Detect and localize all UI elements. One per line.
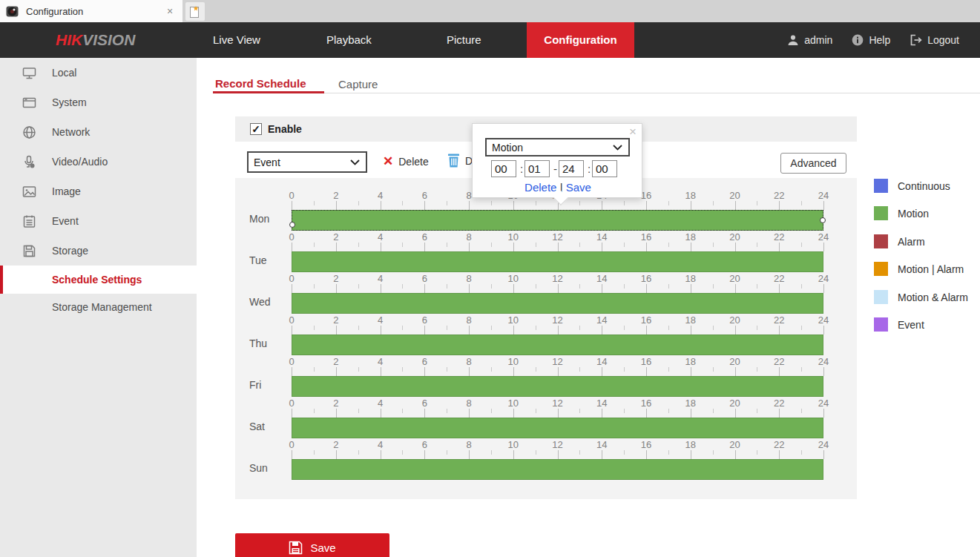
- new-tab-button[interactable]: [185, 2, 205, 21]
- legend-item: Motion | Alarm: [874, 262, 964, 276]
- sidebar-item-system[interactable]: System: [0, 88, 197, 117]
- axis-hour-label: 0: [289, 439, 294, 450]
- schedule-bar-thu[interactable]: [292, 334, 823, 355]
- axis-tick: [292, 201, 292, 210]
- timeline-track[interactable]: [292, 334, 823, 355]
- axis-tick: [558, 367, 559, 376]
- axis-hour-label: 18: [685, 398, 696, 409]
- axis-tick: [491, 284, 492, 289]
- timeline-track[interactable]: [292, 459, 823, 480]
- timeline: 024681012141618202224: [292, 439, 823, 481]
- logo-hik: HIK: [56, 31, 82, 48]
- axis-hour-label: 2: [333, 190, 338, 201]
- schedule-bar-sat[interactable]: [292, 418, 823, 438]
- axis-tick: [735, 243, 736, 251]
- axis-tick: [469, 243, 470, 251]
- timeline-track[interactable]: [292, 210, 823, 231]
- schedule-bar-sun[interactable]: [292, 459, 823, 480]
- resize-handle-left[interactable]: [289, 222, 295, 228]
- axis-tick: [358, 243, 359, 247]
- axis-tick: [358, 409, 359, 413]
- axis-hour-label: 20: [729, 273, 740, 284]
- axis-hour-label: 8: [466, 273, 471, 284]
- nav-live-view[interactable]: Live View: [213, 22, 260, 58]
- axis-tick: [801, 450, 802, 455]
- axis-tick: [779, 284, 780, 293]
- axis-hour-label: 14: [596, 314, 607, 326]
- schedule-bar-tue[interactable]: [292, 251, 823, 272]
- sidebar-item-storage-management[interactable]: Storage Management: [0, 294, 197, 320]
- axis-hour-label: 24: [818, 231, 829, 243]
- axis-tick: [536, 326, 536, 330]
- axis-tick: [536, 367, 536, 372]
- schedule-bar-wed[interactable]: [292, 293, 823, 314]
- popup-type-select[interactable]: Motion: [485, 138, 630, 156]
- record-type-select[interactable]: Event: [247, 151, 367, 173]
- schedule-bar-fri[interactable]: [292, 376, 823, 397]
- user-menu[interactable]: admin: [787, 34, 832, 46]
- sidebar-item-video-audio[interactable]: Video/Audio: [0, 147, 197, 177]
- sidebar-item-local[interactable]: Local: [0, 58, 197, 88]
- sidebar-item-label: Video/Audio: [52, 156, 108, 168]
- axis-tick: [735, 409, 736, 418]
- legend-item: Motion & Alarm: [874, 290, 968, 304]
- axis-tick: [292, 284, 292, 293]
- sidebar-item-storage[interactable]: Storage: [0, 236, 197, 266]
- axis-tick: [469, 284, 470, 293]
- axis-tick: [292, 409, 292, 418]
- sidebar-item-event[interactable]: Event: [0, 206, 197, 236]
- tab-record-schedule[interactable]: Record Schedule: [215, 77, 306, 90]
- axis-hour-label: 22: [774, 273, 784, 284]
- axis-tick: [646, 409, 647, 418]
- start-hour-input[interactable]: [491, 160, 516, 177]
- sidebar-item-image[interactable]: Image: [0, 177, 197, 206]
- save-button[interactable]: Save: [235, 533, 389, 557]
- day-label: Mon: [249, 213, 286, 225]
- help-menu[interactable]: Help: [852, 34, 890, 46]
- axis-tick: [691, 326, 691, 334]
- timeline-track[interactable]: [292, 376, 823, 397]
- axis-tick: [513, 201, 514, 210]
- axis-tick: [757, 409, 757, 413]
- timeline-track[interactable]: [292, 251, 823, 272]
- logout-menu[interactable]: Logout: [910, 34, 959, 46]
- axis-hour-label: 24: [818, 356, 829, 367]
- axis-hour-label: 8: [466, 190, 471, 201]
- nav-configuration[interactable]: Configuration: [527, 22, 634, 58]
- timeline-track[interactable]: [292, 293, 823, 314]
- resize-handle-right[interactable]: [820, 217, 826, 223]
- schedule-bar-mon[interactable]: [292, 210, 823, 231]
- nav-playback[interactable]: Playback: [326, 22, 372, 58]
- axis-hour-label: 6: [422, 398, 427, 409]
- axis-tick: [602, 326, 602, 334]
- popup-delete-link[interactable]: Delete: [524, 181, 556, 194]
- axis-tick: [513, 450, 514, 459]
- axis-hour-label: 20: [729, 398, 740, 409]
- end-hour-input[interactable]: [559, 160, 584, 177]
- end-minute-input[interactable]: [592, 160, 617, 177]
- popup-save-link[interactable]: Save: [566, 181, 591, 194]
- axis-hour-label: 0: [289, 273, 294, 284]
- delete-button[interactable]: ✕ Delete: [383, 155, 429, 168]
- advanced-button[interactable]: Advanced: [780, 153, 846, 174]
- axis-hour-label: 16: [641, 439, 651, 450]
- axis-tick: [602, 201, 602, 210]
- sidebar-item-schedule-settings[interactable]: Schedule Settings: [0, 266, 197, 294]
- axis-hour-label: 2: [333, 398, 338, 409]
- popup-close-icon[interactable]: ×: [629, 125, 637, 139]
- axis-tick: [713, 450, 714, 455]
- start-minute-input[interactable]: [524, 160, 550, 177]
- timeline-track[interactable]: [292, 418, 823, 438]
- axis-tick: [536, 284, 536, 289]
- axis-tick: [513, 367, 514, 376]
- axis-tick: [579, 326, 580, 330]
- nav-picture[interactable]: Picture: [447, 22, 481, 58]
- sidebar-item-network[interactable]: Network: [0, 117, 197, 147]
- axis-tick: [579, 284, 580, 289]
- tab-close-icon[interactable]: ×: [163, 5, 177, 17]
- enable-checkbox[interactable]: ✓: [250, 123, 262, 135]
- axis-hour-label: 22: [774, 231, 784, 243]
- tab-capture[interactable]: Capture: [338, 78, 378, 90]
- axis-tick: [513, 409, 514, 418]
- browser-tab[interactable]: Configuration ×: [0, 0, 182, 22]
